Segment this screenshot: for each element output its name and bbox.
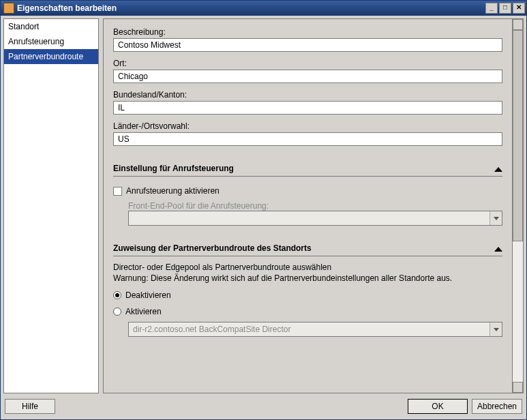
- sidebar: Standort Anrufsteuerung Partnerverbundro…: [3, 18, 99, 393]
- cac-checkbox[interactable]: [113, 187, 122, 196]
- main-row: Standort Anrufsteuerung Partnerverbundro…: [3, 18, 524, 393]
- country-label: Länder-/Ortsvorwahl:: [113, 121, 502, 131]
- fed-route-combo[interactable]: dir-r2.contoso.net BackCompatSite Direct…: [128, 322, 502, 337]
- fed-radio-disable[interactable]: [113, 291, 121, 299]
- maximize-button[interactable]: □: [499, 3, 511, 14]
- fed-radio-disable-row[interactable]: Deaktivieren: [113, 290, 502, 300]
- cac-pool-combo-button[interactable]: [490, 211, 502, 225]
- country-input[interactable]: [113, 132, 502, 146]
- minimize-button[interactable]: _: [485, 3, 498, 14]
- cac-pool-combo[interactable]: [128, 211, 502, 226]
- collapse-icon: [494, 167, 502, 172]
- fed-section-header[interactable]: Zuweisung der Partnerverbundroute des St…: [113, 243, 502, 256]
- cac-section-title: Einstellung für Anrufsteuerung: [113, 164, 234, 173]
- content-panel: Beschreibung: Ort: Bundesland/Kanton: Lä…: [103, 18, 513, 393]
- fed-radio-enable-row[interactable]: Aktivieren: [113, 307, 502, 316]
- sidebar-item-standort[interactable]: Standort: [4, 19, 98, 34]
- cac-pool-value: [129, 211, 490, 225]
- fed-radio-enable-label: Aktivieren: [125, 307, 162, 316]
- vertical-scrollbar[interactable]: [513, 18, 524, 393]
- state-label: Bundesland/Kanton:: [113, 90, 502, 100]
- city-input[interactable]: [113, 70, 502, 83]
- scroll-up-button[interactable]: [513, 19, 523, 30]
- description-label: Beschreibung:: [113, 27, 502, 37]
- chevron-down-icon: [494, 217, 499, 220]
- sidebar-item-partnerverbundroute[interactable]: Partnerverbundroute: [4, 49, 98, 64]
- cac-section-header[interactable]: Einstellung für Anrufsteuerung: [113, 164, 502, 177]
- fed-description: Director- oder Edgepool als Partnerverbu…: [113, 262, 502, 284]
- cac-checkbox-label: Anrufsteuerung aktivieren: [126, 186, 220, 196]
- dialog-footer: Hilfe OK Abbrechen: [3, 396, 524, 417]
- description-input[interactable]: [113, 38, 502, 52]
- sidebar-item-anrufsteuerung[interactable]: Anrufsteuerung: [4, 34, 98, 49]
- titlebar: Eigenschaften bearbeiten _ □ ✕: [1, 1, 526, 16]
- state-input[interactable]: [113, 101, 502, 115]
- scroll-track[interactable]: [513, 30, 523, 382]
- help-button[interactable]: Hilfe: [5, 399, 55, 414]
- fed-route-combo-button[interactable]: [490, 322, 502, 336]
- ok-button[interactable]: OK: [408, 399, 468, 414]
- scroll-thumb[interactable]: [513, 30, 523, 241]
- city-label: Ort:: [113, 59, 502, 68]
- cac-checkbox-row[interactable]: Anrufsteuerung aktivieren: [113, 186, 502, 196]
- close-button[interactable]: ✕: [513, 3, 525, 14]
- scroll-down-button[interactable]: [513, 382, 523, 393]
- fed-section-title: Zuweisung der Partnerverbundroute des St…: [113, 243, 312, 253]
- fed-desc-line2: Warnung: Diese Änderung wirkt sich auf d…: [113, 273, 502, 284]
- fed-desc-line1: Director- oder Edgepool als Partnerverbu…: [113, 262, 502, 273]
- dialog-window: Eigenschaften bearbeiten _ □ ✕ Standort …: [0, 0, 527, 420]
- chevron-down-icon: [494, 328, 499, 331]
- cac-pool-label: Front-End-Pool für die Anrufsteuerung:: [128, 201, 502, 211]
- window-title: Eigenschaften bearbeiten: [17, 3, 484, 13]
- fed-route-combo-value: dir-r2.contoso.net BackCompatSite Direct…: [129, 322, 490, 336]
- collapse-icon: [494, 247, 502, 252]
- fed-radio-disable-label: Deaktivieren: [125, 290, 171, 300]
- fed-radio-enable[interactable]: [113, 308, 121, 316]
- window-buttons: _ □ ✕: [484, 3, 525, 14]
- content-wrap: Beschreibung: Ort: Bundesland/Kanton: Lä…: [103, 18, 524, 393]
- cancel-button[interactable]: Abbrechen: [472, 399, 522, 414]
- app-icon: [3, 3, 14, 14]
- client-area: Standort Anrufsteuerung Partnerverbundro…: [1, 16, 526, 419]
